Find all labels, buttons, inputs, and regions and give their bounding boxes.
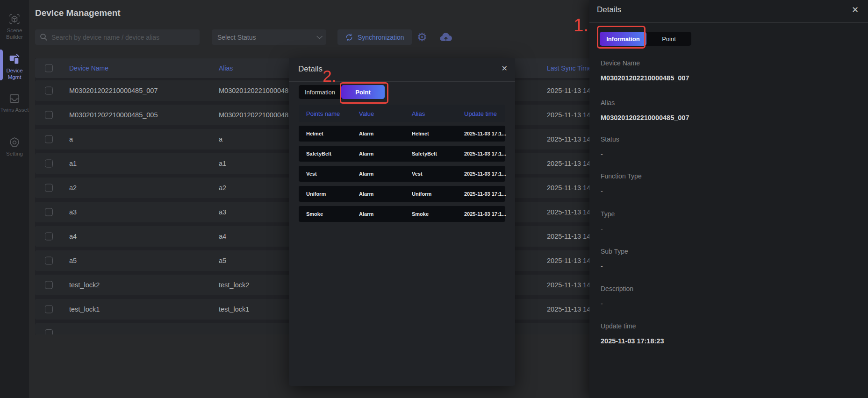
column-header-device-name: Device Name: [69, 64, 108, 72]
point-update-time: 2025-11-03 17:1...: [464, 131, 506, 136]
row-checkbox[interactable]: [45, 208, 53, 216]
field-label: Sub Type: [601, 248, 628, 255]
alias-cell: test_lock1: [219, 306, 249, 313]
chevron-down-icon: [316, 33, 323, 39]
point-update-time: 2025-11-03 17:1...: [464, 211, 506, 217]
modal-title: Details: [298, 64, 323, 74]
row-checkbox[interactable]: [45, 329, 53, 334]
modal-divider: [289, 81, 515, 82]
field-label: Function Type: [601, 172, 642, 180]
device-name-cell: a1: [69, 160, 77, 167]
point-value: Alarm: [359, 211, 373, 217]
setting-icon: [8, 136, 21, 149]
sidebar-item-device-mgmt[interactable]: Device Mgmt: [0, 53, 29, 80]
field-value: M030201202210000485_007: [601, 114, 689, 121]
field-value: -: [601, 150, 603, 158]
point-alias: Vest: [412, 171, 423, 177]
field-value: -: [601, 300, 603, 307]
point-row[interactable]: UniformAlarmUniform2025-11-03 17:1...: [299, 186, 505, 202]
row-checkbox[interactable]: [45, 306, 53, 313]
field-label: Update time: [601, 322, 636, 330]
sidebar-item-setting[interactable]: Setting: [0, 136, 29, 157]
alias-cell: a5: [219, 257, 226, 264]
row-checkbox[interactable]: [45, 111, 53, 119]
sidebar-item-scene-builder[interactable]: Scene Builder: [0, 13, 29, 40]
status-select-value: Select Status: [217, 34, 316, 41]
last-sync-cell: 2025-11-13 14: [547, 160, 590, 167]
search-input[interactable]: [51, 34, 195, 41]
point-update-time: 2025-11-03 17:1...: [464, 191, 506, 197]
point-alias: Uniform: [412, 191, 431, 197]
search-box: [35, 29, 200, 45]
panel-tab-information[interactable]: Information: [600, 32, 646, 46]
column-header-alias: Alias: [219, 64, 233, 72]
panel-close-icon[interactable]: ✕: [852, 5, 859, 15]
synchronization-label: Synchronization: [358, 34, 404, 41]
scene-builder-icon: [8, 13, 21, 25]
last-sync-cell: 2025-11-13 14: [547, 184, 590, 192]
status-select[interactable]: Select Status: [212, 29, 326, 45]
settings-gear-button[interactable]: ⚙: [414, 29, 430, 45]
modal-tab-information[interactable]: Information: [299, 85, 341, 99]
device-management-screen: Scene Builder Device Mgmt Twins Asset Se…: [0, 0, 868, 398]
modal-column-update-time: Update time: [464, 110, 497, 117]
page-title: Device Management: [35, 8, 121, 18]
device-name-cell: a4: [69, 233, 77, 240]
gear-icon: ⚙: [417, 29, 427, 45]
sidebar-item-twins-asset[interactable]: Twins Asset: [0, 92, 29, 113]
point-value: Alarm: [359, 191, 373, 197]
last-sync-cell: 2025-11-13 14: [547, 135, 590, 143]
row-checkbox[interactable]: [45, 160, 53, 168]
device-name-cell: a: [69, 135, 73, 143]
modal-tab-point[interactable]: Point: [341, 85, 385, 99]
point-row[interactable]: VestAlarmVest2025-11-03 17:1...: [299, 166, 505, 182]
alias-cell: a1: [219, 160, 226, 167]
modal-column-alias: Alias: [412, 110, 425, 117]
point-value: Alarm: [359, 171, 373, 177]
last-sync-cell: 2025-11-13 14: [547, 281, 590, 289]
field-label: Description: [601, 285, 633, 292]
sidebar-item-label: Setting: [0, 150, 29, 157]
field-value: M030201202210000485_007: [601, 74, 689, 82]
field-value: 2025-11-03 17:18:23: [601, 337, 664, 345]
alias-cell: a: [219, 135, 222, 143]
row-checkbox[interactable]: [45, 184, 53, 192]
field-label: Device Name: [601, 59, 640, 67]
modal-column-points-name: Points name: [306, 110, 340, 117]
row-checkbox[interactable]: [45, 233, 53, 241]
device-name-cell: M030201202210000485_007: [69, 87, 158, 94]
point-value: Alarm: [359, 151, 373, 156]
point-row[interactable]: SmokeAlarmSmoke2025-11-03 17:1...: [299, 206, 505, 222]
alias-cell: a4: [219, 233, 226, 240]
point-name: Smoke: [306, 211, 323, 217]
alias-cell: test_lock2: [219, 281, 249, 289]
point-update-time: 2025-11-03 17:1...: [464, 171, 506, 177]
device-name-cell: a3: [69, 208, 77, 216]
sync-icon: [345, 33, 353, 42]
synchronization-button[interactable]: Synchronization: [337, 29, 412, 45]
point-row[interactable]: HelmetAlarmHelmet2025-11-03 17:1...: [299, 126, 505, 142]
row-checkbox[interactable]: [45, 257, 53, 265]
panel-tab-point[interactable]: Point: [646, 32, 691, 46]
select-all-checkbox[interactable]: [45, 64, 53, 72]
device-mgmt-icon: [8, 53, 21, 65]
last-sync-cell: 2025-11-13 14: [547, 87, 590, 94]
alias-cell: a3: [219, 208, 226, 216]
point-name: Uniform: [306, 191, 326, 197]
sidebar-item-label: Twins Asset: [0, 107, 29, 113]
last-sync-cell: 2025-11-13 14: [547, 208, 590, 216]
cloud-upload-button[interactable]: [438, 29, 454, 45]
row-checkbox[interactable]: [45, 87, 53, 95]
device-name-cell: a5: [69, 257, 77, 264]
sidebar-item-label: Device Mgmt: [0, 67, 29, 80]
point-alias: Helmet: [412, 131, 429, 136]
row-checkbox[interactable]: [45, 135, 53, 143]
device-name-cell: test_lock2: [69, 281, 100, 289]
modal-close-icon[interactable]: ✕: [502, 64, 508, 73]
panel-title: Details: [597, 5, 621, 14]
point-name: Helmet: [306, 131, 323, 136]
row-checkbox[interactable]: [45, 281, 53, 289]
point-value: Alarm: [359, 131, 373, 136]
point-row[interactable]: SafetyBeltAlarmSafetyBelt2025-11-03 17:1…: [299, 146, 505, 162]
point-update-time: 2025-11-03 17:1...: [464, 151, 506, 156]
